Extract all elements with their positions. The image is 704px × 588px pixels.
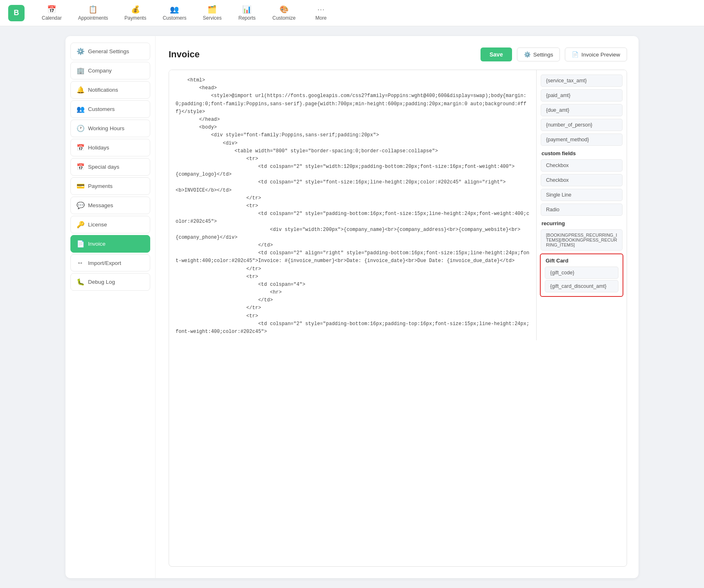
nav-item-appointments[interactable]: 📋Appointments [71, 2, 115, 24]
nav-item-calendar[interactable]: 📅Calendar [34, 2, 69, 24]
invoice-icon: 📄 [77, 240, 84, 248]
custom-fields-label: custom fields [537, 147, 627, 158]
tag-item[interactable]: {payment_method} [541, 133, 623, 146]
nav-item-services[interactable]: 🗂️Services [195, 2, 229, 24]
nav-label-customize: Customize [272, 15, 296, 21]
nav-label-payments: Payments [124, 15, 146, 21]
import-export-icon: ↔️ [77, 259, 84, 267]
payments-icon: 💳 [77, 182, 84, 190]
more-icon: ⋯ [317, 5, 325, 14]
gift-card-tag-item[interactable]: {gift_card_discount_amt} [545, 280, 618, 292]
appointments-icon: 📋 [88, 5, 97, 14]
payments-icon: 💰 [131, 5, 140, 14]
messages-icon: 💬 [77, 201, 84, 209]
main-content: Invoice Save ⚙️ Settings 📄 Invoice Previ… [156, 36, 639, 578]
notifications-icon: 🔔 [77, 86, 84, 94]
settings-sidebar: ⚙️General Settings🏢Company🔔Notifications… [65, 36, 156, 578]
customers-icon: 👥 [170, 5, 179, 14]
tag-item[interactable]: {due_amt} [541, 104, 623, 116]
sidebar-item-invoice[interactable]: 📄Invoice [70, 235, 150, 253]
sidebar-label-company: Company [88, 68, 112, 74]
sidebar-item-messages[interactable]: 💬Messages [70, 197, 150, 214]
sidebar-item-debug-log[interactable]: 🐛Debug Log [70, 273, 150, 291]
sidebar-item-general-settings[interactable]: ⚙️General Settings [70, 43, 150, 60]
license-icon: 🔑 [77, 221, 84, 228]
app-logo: B [8, 5, 25, 21]
calendar-icon: 📅 [47, 5, 56, 14]
sidebar-label-customers: Customers [88, 106, 115, 112]
gift-card-label: Gift Card [542, 257, 621, 265]
gift-card-tag-item[interactable]: {gift_code} [545, 267, 618, 279]
sidebar-label-messages: Messages [88, 202, 113, 208]
page-header: Invoice Save ⚙️ Settings 📄 Invoice Previ… [169, 47, 627, 61]
main-wrapper: ⚙️General Settings🏢Company🔔Notifications… [0, 26, 704, 588]
nav-item-customers[interactable]: 👥Customers [155, 2, 194, 24]
customize-icon: 🎨 [280, 5, 289, 14]
gift-card-section: Gift Card{gift_code}{gift_card_discount_… [540, 253, 623, 297]
nav-label-reports: Reports [238, 15, 255, 21]
sidebar-item-import-export[interactable]: ↔️Import/Export [70, 254, 150, 271]
debug-log-icon: 🐛 [77, 278, 84, 286]
nav-label-appointments: Appointments [78, 15, 108, 21]
sidebar-label-import-export: Import/Export [88, 260, 121, 266]
nav-item-customize[interactable]: 🎨Customize [265, 2, 303, 24]
nav-item-reports[interactable]: 📊Reports [230, 2, 263, 24]
custom-field-item[interactable]: Radio [541, 204, 623, 216]
nav-item-more[interactable]: ⋯More [305, 2, 337, 24]
customers-icon: 👥 [77, 105, 84, 113]
sidebar-label-payments: Payments [88, 183, 113, 189]
reports-icon: 📊 [242, 5, 251, 14]
sidebar-label-working-hours: Working Hours [88, 125, 124, 131]
sidebar-item-license[interactable]: 🔑License [70, 216, 150, 233]
save-button[interactable]: Save [481, 47, 512, 61]
content-box: ⚙️General Settings🏢Company🔔Notifications… [65, 36, 639, 578]
sidebar-item-company[interactable]: 🏢Company [70, 62, 150, 79]
sidebar-item-working-hours[interactable]: 🕐Working Hours [70, 120, 150, 137]
custom-field-item[interactable]: Checkbox [541, 174, 623, 186]
general-settings-icon: ⚙️ [77, 47, 84, 55]
sidebar-label-invoice: Invoice [88, 241, 106, 247]
nav-label-customers: Customers [162, 15, 186, 21]
sidebar-item-notifications[interactable]: 🔔Notifications [70, 81, 150, 99]
document-icon: 📄 [572, 51, 579, 58]
sidebar-item-holidays[interactable]: 📅Holidays [70, 139, 150, 156]
top-navigation: B 📅Calendar📋Appointments💰Payments👥Custom… [0, 0, 704, 26]
sidebar-label-general-settings: General Settings [88, 48, 129, 54]
page-title: Invoice [169, 49, 476, 60]
services-icon: 🗂️ [208, 5, 217, 14]
tag-item[interactable]: {paid_amt} [541, 89, 623, 102]
special-days-icon: 📅 [77, 163, 84, 171]
sidebar-label-holidays: Holidays [88, 145, 109, 151]
nav-label-more: More [316, 15, 327, 21]
sidebar-item-payments[interactable]: 💳Payments [70, 177, 150, 195]
company-icon: 🏢 [77, 67, 84, 75]
holidays-icon: 📅 [77, 144, 84, 152]
settings-button[interactable]: ⚙️ Settings [517, 47, 560, 61]
nav-item-payments[interactable]: 💰Payments [117, 2, 153, 24]
sidebar-label-license: License [88, 222, 107, 228]
sidebar-label-notifications: Notifications [88, 87, 118, 93]
recurring-item[interactable]: [BOOKINGPRESS_RECURRING_ITEMS][/BOOKINGP… [541, 229, 623, 251]
code-editor[interactable]: <html> <head> <style>@import url(https:/… [169, 70, 537, 340]
recurring-label: recurring [537, 217, 627, 228]
working-hours-icon: 🕐 [77, 124, 84, 132]
custom-field-item[interactable]: Single Line [541, 189, 623, 201]
sidebar-label-debug-log: Debug Log [88, 279, 115, 285]
sidebar-item-customers[interactable]: 👥Customers [70, 100, 150, 118]
nav-label-services: Services [203, 15, 221, 21]
sidebar-label-special-days: Special days [88, 164, 120, 170]
nav-label-calendar: Calendar [42, 15, 62, 21]
tags-sidebar: {service_tax_amt}{paid_amt}{due_amt}{num… [537, 70, 627, 340]
invoice-preview-button[interactable]: 📄 Invoice Preview [565, 47, 627, 61]
gear-icon: ⚙️ [524, 51, 531, 58]
custom-field-item[interactable]: Checkbox [541, 159, 623, 172]
tag-item[interactable]: {service_tax_amt} [541, 75, 623, 87]
tag-item[interactable]: {number_of_person} [541, 119, 623, 131]
sidebar-item-special-days[interactable]: 📅Special days [70, 158, 150, 176]
editor-wrapper: <html> <head> <style>@import url(https:/… [169, 70, 627, 567]
nav-items-container: 📅Calendar📋Appointments💰Payments👥Customer… [34, 2, 696, 24]
